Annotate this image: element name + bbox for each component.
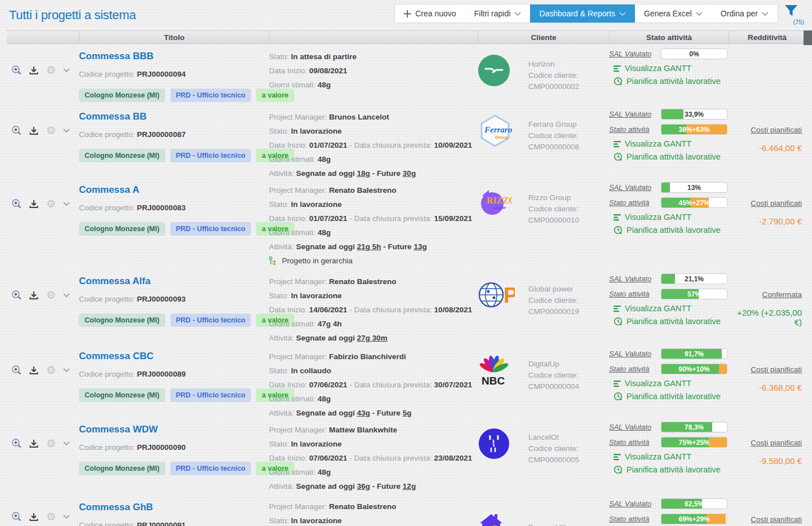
project-title[interactable]: Commessa Alfa [79, 276, 269, 287]
header-redditivita: Redditività [729, 31, 805, 43]
chevron-down-icon[interactable] [63, 368, 70, 372]
redditivita-title[interactable]: Costi pianificati [729, 515, 802, 524]
hierarchy-icon [269, 257, 277, 266]
visualizza-gantt-link[interactable]: Visualizza GANTT [614, 304, 729, 313]
giorni-future-link[interactable]: 13g [414, 242, 427, 251]
chevron-down-icon[interactable] [63, 441, 70, 445]
giorni-value: 48g [317, 81, 330, 89]
sal-progress-bar: 33,9% [661, 109, 727, 120]
download-icon[interactable] [29, 65, 39, 74]
clock-icon [614, 226, 623, 235]
giorni-oggi-link[interactable]: 18g [357, 169, 370, 178]
giorni-future-link[interactable]: 30g [403, 169, 416, 178]
redditivita-value: +20% (+2.035,00 €) [729, 308, 802, 327]
gear-icon[interactable]: ⚙ [46, 64, 56, 76]
client-logo-ferrarovilla [478, 511, 510, 526]
download-icon[interactable] [29, 199, 39, 208]
redditivita-value: -2.790,00 € [729, 216, 802, 226]
redditivita-title[interactable]: Costi pianificati [729, 199, 802, 207]
redditivita-title[interactable]: Costi pianificati [729, 126, 802, 134]
svg-text:NBC: NBC [482, 375, 505, 387]
visualizza-gantt-link[interactable]: Visualizza GANTT [614, 379, 729, 388]
visualizza-gantt-link[interactable]: Visualizza GANTT [614, 139, 729, 148]
svg-text:Ferraro: Ferraro [484, 125, 512, 134]
zoom-in-icon[interactable] [11, 511, 21, 521]
tag-location: Cologno Monzese (MI) [79, 313, 165, 327]
crea-nuovo-button[interactable]: Crea nuovo [395, 5, 465, 23]
gear-icon[interactable]: ⚙ [46, 125, 56, 136]
redditivita-title[interactable]: Confermata [729, 290, 802, 299]
client-logo-ferraro: FerraroGroup [478, 114, 510, 147]
zoom-in-icon[interactable] [11, 198, 21, 209]
project-title[interactable]: Commessa BBB [79, 51, 269, 62]
download-icon[interactable] [29, 439, 39, 448]
zoom-in-icon[interactable] [11, 365, 21, 375]
project-title[interactable]: Commessa GhB [79, 502, 269, 513]
client-name: Ferraro-Villa [528, 522, 579, 526]
redditivita-title[interactable]: Costi pianificati [729, 439, 802, 447]
pianifica-attivita-link[interactable]: Pianifica attività lavorative [614, 317, 729, 326]
gear-icon[interactable]: ⚙ [46, 437, 56, 449]
gear-icon[interactable]: ⚙ [46, 198, 56, 209]
gear-icon[interactable]: ⚙ [46, 511, 56, 522]
giorni-future-link[interactable]: 12g [403, 482, 416, 490]
pianifica-attivita-link[interactable]: Pianifica attività lavorative [614, 77, 729, 86]
zoom-in-icon[interactable] [11, 438, 21, 448]
filter-funnel-button[interactable]: (75) [784, 4, 803, 26]
client-name: Ferraro Group [528, 119, 579, 130]
download-icon[interactable] [29, 126, 39, 135]
client-code: CMP00000010 [528, 215, 579, 226]
giorni-future-link[interactable]: 5g [403, 409, 412, 417]
table-row: ⚙ Commessa Alfa Codice progetto: PRJ0000… [7, 269, 805, 344]
filtri-rapidi-button[interactable]: Filtri rapidi [465, 5, 531, 23]
giorni-oggi-link[interactable]: 36g [357, 482, 370, 490]
gear-icon[interactable]: ⚙ [46, 289, 56, 300]
giorni-oggi-link[interactable]: 21g 5h [357, 242, 381, 251]
client-name: LancelOt [528, 432, 579, 443]
genera-excel-button[interactable]: Genera Excel [635, 5, 712, 23]
gear-icon[interactable]: ⚙ [46, 364, 56, 375]
pianifica-attivita-link[interactable]: Pianifica attività lavorative [614, 152, 729, 161]
stato-value: In attesa di partire [291, 52, 356, 61]
chevron-down-icon[interactable] [63, 515, 70, 519]
pianifica-attivita-link[interactable]: Pianifica attività lavorative [614, 226, 729, 235]
sal-progress-bar: 78,3% [661, 422, 727, 432]
project-title[interactable]: Commessa A [79, 184, 269, 196]
table-row: ⚙ Commessa BBB Codice progetto: PRJ00000… [7, 44, 805, 104]
download-icon[interactable] [29, 290, 39, 299]
stato-attivita-bar: 90%+10% [661, 364, 727, 374]
chevron-down-icon[interactable] [63, 68, 70, 72]
pianifica-attivita-link[interactable]: Pianifica attività lavorative [614, 465, 729, 474]
chevron-down-icon [514, 12, 521, 16]
pianifica-attivita-link[interactable]: Pianifica attività lavorative [614, 392, 729, 401]
zoom-in-icon[interactable] [11, 290, 21, 300]
visualizza-gantt-link[interactable]: Visualizza GANTT [614, 452, 729, 461]
ordina-per-button[interactable]: Ordina per [712, 5, 778, 23]
visualizza-gantt-link[interactable]: Visualizza GANTT [614, 213, 729, 222]
client-logo-horizon [478, 54, 510, 87]
zoom-in-icon[interactable] [11, 125, 21, 135]
dashboard-reports-button[interactable]: Dashboard & Reports [530, 5, 635, 23]
download-icon[interactable] [29, 365, 39, 374]
project-code: PRJ00000093 [137, 295, 186, 303]
project-title[interactable]: Commessa WDW [79, 424, 269, 435]
visualizza-gantt-link[interactable]: Visualizza GANTT [614, 64, 729, 73]
zoom-in-icon[interactable] [11, 65, 21, 75]
project-title[interactable]: Commessa CBC [79, 351, 269, 362]
giorni-oggi-link[interactable]: 43g [357, 409, 370, 417]
redditivita-title[interactable]: Costi pianificati [729, 365, 802, 374]
client-code: CMP00000002 [528, 81, 579, 92]
header-titolo: Titolo [79, 31, 269, 43]
download-icon[interactable] [29, 512, 39, 521]
clock-icon [614, 77, 623, 86]
chevron-down-icon[interactable] [63, 129, 70, 132]
project-title[interactable]: Commessa BB [79, 111, 269, 122]
giorni-oggi-link[interactable]: 27g 30m [357, 334, 387, 342]
chevron-down-icon[interactable] [63, 293, 70, 297]
gantt-icon [614, 213, 621, 221]
scrollbar-thumb[interactable] [804, 30, 812, 45]
gantt-icon [614, 379, 621, 387]
header-actions-spacer [7, 31, 79, 43]
chevron-down-icon[interactable] [63, 202, 70, 206]
progetto-gerarchia-link[interactable]: Progetto in gerarchia [269, 254, 478, 268]
